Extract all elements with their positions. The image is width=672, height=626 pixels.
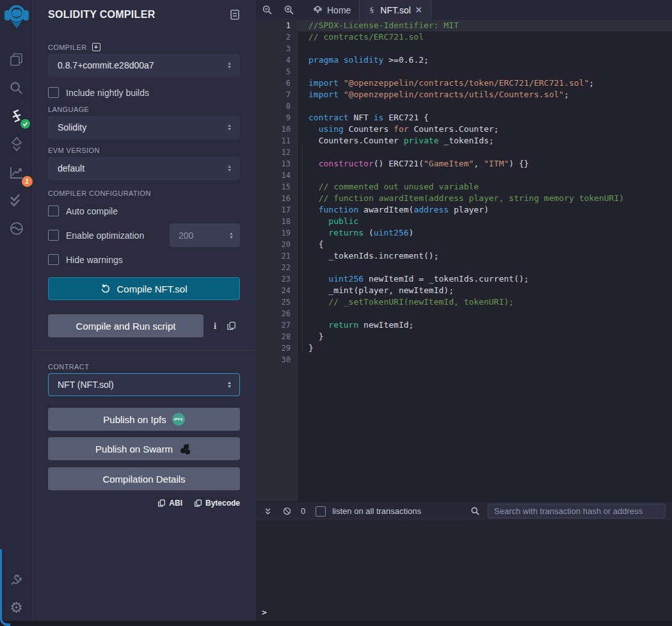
code-line[interactable]: 26 (256, 308, 672, 319)
code-line[interactable]: 17 function awardItem(address player) (256, 204, 672, 216)
code-line[interactable]: 15 // commented out unused variable (256, 181, 672, 193)
code-line[interactable]: 11 Counters.Counter private _tokenIds; (256, 135, 672, 147)
bytecode-label: Bytecode (205, 499, 240, 508)
line-content (297, 100, 672, 112)
line-content: // _setTokenURI(newItemId, tokenURI); (297, 296, 672, 308)
plugin-manager-icon[interactable] (7, 570, 26, 589)
hide-warnings-checkbox[interactable] (48, 254, 59, 265)
compiler-section-label: COMPILER (48, 44, 87, 51)
line-content: // contracts/ERC721.sol (297, 31, 672, 43)
code-line[interactable]: 30 (256, 354, 672, 365)
sourcify-icon[interactable] (7, 219, 26, 238)
terminal-search-input[interactable] (488, 504, 666, 518)
static-analysis-icon[interactable] (7, 191, 26, 210)
compilation-details-button[interactable]: Compilation Details (48, 467, 240, 490)
publish-swarm-button[interactable]: Publish on Swarm (48, 437, 240, 460)
terminal-output[interactable]: > (256, 520, 672, 626)
solidity-compiler-icon[interactable] (7, 106, 26, 125)
select-arrows-icon: ▲▼ (227, 61, 232, 69)
settings-gear-icon[interactable]: ⚙ (7, 598, 26, 617)
expand-terminal-icon[interactable] (261, 507, 274, 516)
code-line[interactable]: 13 constructor() ERC721("GameItem", "ITM… (256, 158, 672, 170)
code-line[interactable]: 16 // function awardItem(address player,… (256, 193, 672, 204)
zoom-in-icon[interactable] (278, 0, 300, 20)
add-custom-compiler-icon[interactable]: + (92, 43, 100, 51)
code-line[interactable]: 5 (256, 66, 672, 77)
docs-icon[interactable] (230, 9, 240, 20)
line-number: 7 (256, 89, 297, 100)
file-explorer-icon[interactable] (7, 50, 26, 69)
code-line[interactable]: 25 // _setTokenURI(newItemId, tokenURI); (256, 296, 672, 308)
compiler-config-section-label: COMPILER CONFIGURATION (48, 189, 151, 197)
remix-icon (313, 5, 323, 15)
compiler-version-select[interactable]: 0.8.7+commit.e28d00a7 ▲▼ (48, 54, 240, 77)
auto-compile-checkbox[interactable] (48, 205, 59, 216)
clear-console-icon[interactable] (280, 506, 293, 516)
line-content: public (297, 216, 672, 227)
contract-select[interactable]: NFT (NFT.sol) ▲▼ (48, 373, 240, 396)
enable-optimization-checkbox[interactable] (48, 230, 59, 241)
solidity-compiler-panel: SOLIDITY COMPILER COMPILER + 0.8.7+commi… (33, 0, 256, 626)
info-icon[interactable]: i (214, 321, 216, 332)
copy-abi-button[interactable]: ABI (157, 499, 182, 508)
code-line[interactable]: 9contract NFT is ERC721 { (256, 112, 672, 124)
runs-field[interactable] (179, 230, 217, 241)
code-line[interactable]: 7import "@openzeppelin/contracts/utils/C… (256, 89, 672, 100)
code-line[interactable]: 20 { (256, 239, 672, 250)
code-line[interactable]: 1//SPDX-License-Identifier: MIT (256, 20, 672, 31)
code-line[interactable]: 28 } (256, 331, 672, 342)
line-number: 15 (256, 181, 297, 193)
tab-home[interactable]: Home (305, 0, 359, 20)
copy-icon[interactable] (227, 321, 236, 331)
zoom-out-icon[interactable] (256, 0, 278, 20)
code-line[interactable]: 3 (256, 43, 672, 54)
code-line[interactable]: 24 _mint(player, newItemId); (256, 285, 672, 296)
code-line[interactable]: 12 (256, 147, 672, 158)
copy-bytecode-button[interactable]: Bytecode (194, 499, 240, 508)
code-line[interactable]: 23 uint256 newItemId = _tokenIds.current… (256, 273, 672, 285)
analytics-icon[interactable]: 1 (7, 163, 26, 182)
line-number: 18 (256, 216, 297, 227)
code-line[interactable]: 22 (256, 262, 672, 273)
compilation-details-label: Compilation Details (102, 474, 185, 485)
code-line[interactable]: 29} (256, 342, 672, 354)
nightly-builds-label: Include nightly builds (66, 88, 149, 98)
panel-divider (33, 350, 256, 351)
terminal-search-icon (468, 506, 481, 516)
code-line[interactable]: 4pragma solidity >=0.6.2; (256, 54, 672, 66)
evm-version-select[interactable]: default ▲▼ (48, 157, 240, 180)
line-number: 2 (256, 31, 297, 43)
compile-button[interactable]: Compile NFT.sol (48, 277, 240, 300)
code-line[interactable]: 18 public (256, 216, 672, 227)
stepper-arrows-icon[interactable]: ▲▼ (229, 232, 234, 239)
nightly-builds-checkbox[interactable] (48, 87, 59, 98)
enable-optimization-label: Enable optimization (66, 230, 144, 241)
listen-transactions-checkbox[interactable] (316, 506, 326, 517)
code-line[interactable]: 2// contracts/ERC721.sol (256, 31, 672, 43)
swarm-icon (179, 442, 193, 455)
language-select[interactable]: Solidity ▲▼ (48, 116, 240, 139)
line-content (297, 43, 672, 54)
code-line[interactable]: 14 (256, 170, 672, 181)
code-line[interactable]: 21 _tokenIds.increment(); (256, 250, 672, 262)
transaction-count: 0 (301, 506, 305, 516)
tab-home-label: Home (327, 5, 351, 15)
optimization-runs-input[interactable]: ▲▼ (170, 223, 240, 247)
code-editor[interactable]: 1//SPDX-License-Identifier: MIT2// contr… (256, 20, 672, 501)
close-tab-icon[interactable]: ✕ (415, 5, 422, 15)
code-line[interactable]: 27 return newItemId; (256, 319, 672, 331)
compile-and-run-button[interactable]: Compile and Run script (48, 314, 204, 337)
select-arrows-icon: ▲▼ (227, 124, 232, 131)
code-line[interactable]: 6import "@openzeppelin/contracts/token/E… (256, 77, 672, 89)
compile-and-run-label: Compile and Run script (76, 321, 176, 332)
code-line[interactable]: 19 returns (uint256) (256, 227, 672, 239)
tab-nft-sol[interactable]: NFT.sol ✕ (359, 0, 431, 20)
code-line[interactable]: 8 (256, 100, 672, 112)
deploy-run-icon[interactable] (7, 134, 26, 154)
publish-ipfs-button[interactable]: Publish on Ipfs IPFS (48, 408, 240, 431)
line-number: 8 (256, 100, 297, 112)
line-number: 20 (256, 239, 297, 250)
remix-logo-icon[interactable] (3, 3, 30, 32)
search-icon[interactable] (7, 78, 26, 97)
code-line[interactable]: 10 using Counters for Counters.Counter; (256, 124, 672, 135)
